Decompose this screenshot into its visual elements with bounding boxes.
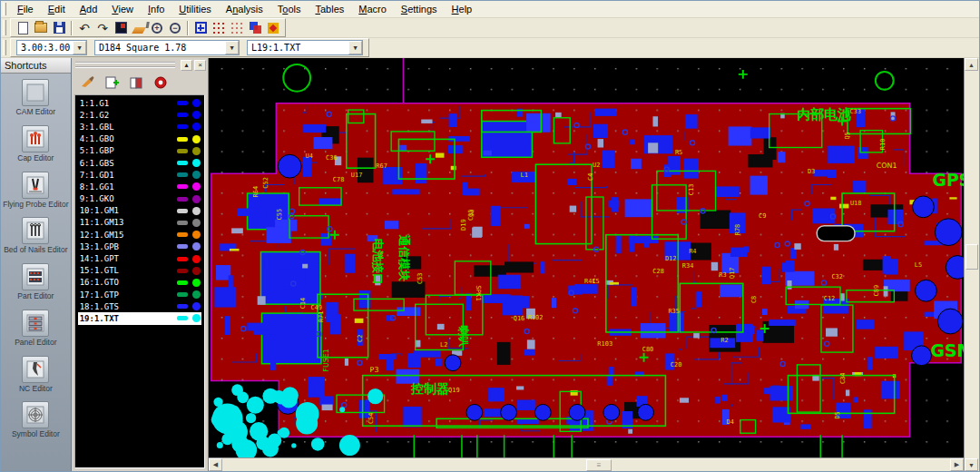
film-output-button[interactable] xyxy=(264,19,282,36)
menu-help[interactable]: Help xyxy=(445,2,480,16)
chevron-down-icon[interactable]: ▼ xyxy=(348,41,362,54)
layer-row[interactable]: 9:1.GKO xyxy=(78,193,201,205)
layer-draw-color-swatch[interactable] xyxy=(177,124,188,129)
vertical-scroll-thumb[interactable] xyxy=(965,244,978,270)
layer-draw-color-swatch[interactable] xyxy=(177,137,188,142)
layers-panel-titlebar[interactable]: ▴× xyxy=(72,58,208,72)
sidebar-item-symbol-editor[interactable]: Symbol Editor xyxy=(1,401,71,439)
layer-flash-color-swatch[interactable] xyxy=(192,123,201,131)
active-layer-value[interactable]: L19:1.TXT xyxy=(248,43,348,53)
menubar-grip[interactable] xyxy=(3,3,6,15)
add-layer-button[interactable] xyxy=(103,75,120,90)
sidebar-item-part-editor[interactable]: Part Editor xyxy=(1,263,71,301)
layer-draw-color-swatch[interactable] xyxy=(177,316,188,320)
menu-macro[interactable]: Macro xyxy=(351,2,394,16)
layer-flash-color-swatch[interactable] xyxy=(192,231,201,239)
menu-edit[interactable]: Edit xyxy=(41,2,73,16)
layer-flash-color-swatch[interactable] xyxy=(192,182,201,191)
layer-row[interactable]: 7:1.GD1 xyxy=(78,169,201,181)
layer-flash-color-swatch[interactable] xyxy=(192,207,201,215)
save-button[interactable] xyxy=(50,19,68,36)
layer-row[interactable]: 17:1.GTP xyxy=(78,289,201,300)
layer-row[interactable]: 5:1.GBP xyxy=(78,145,201,157)
layer-flash-color-swatch[interactable] xyxy=(192,219,201,227)
layer-draw-color-swatch[interactable] xyxy=(177,280,188,285)
layer-row[interactable]: 16:1.GTO xyxy=(78,277,201,289)
layer-flash-color-swatch[interactable] xyxy=(192,195,201,203)
layer-draw-color-swatch[interactable] xyxy=(177,292,188,297)
layer-draw-color-swatch[interactable] xyxy=(177,184,188,189)
active-layer-combobox[interactable]: L19:1.TXT ▼ xyxy=(247,40,363,55)
vertical-scrollbar[interactable]: ▲ ▼ xyxy=(964,58,979,471)
layer-draw-color-swatch[interactable] xyxy=(177,172,188,177)
layer-flash-color-swatch[interactable] xyxy=(192,242,201,251)
panel-grip[interactable] xyxy=(75,62,175,68)
horizontal-scroll-thumb[interactable] xyxy=(586,459,612,471)
layer-draw-color-swatch[interactable] xyxy=(177,209,188,213)
layer-flash-color-swatch[interactable] xyxy=(192,159,201,167)
layer-flash-color-swatch[interactable] xyxy=(192,111,201,119)
open-file-button[interactable] xyxy=(32,19,50,36)
layer-flash-color-swatch[interactable] xyxy=(192,314,201,322)
chevron-down-icon[interactable]: ▼ xyxy=(225,41,239,54)
selector-toolbar-grip[interactable] xyxy=(3,40,6,55)
sidebar-item-cam-editor[interactable]: CAM Editor xyxy=(1,79,71,117)
zoom-ratio-value[interactable]: 3.00:3.00 xyxy=(17,43,73,53)
layer-draw-color-swatch[interactable] xyxy=(177,197,188,202)
layer-draw-color-swatch[interactable] xyxy=(177,257,188,261)
close-button[interactable]: × xyxy=(194,60,206,71)
layer-row[interactable]: 1:1.G1 xyxy=(78,97,201,109)
layer-flash-color-swatch[interactable] xyxy=(192,135,201,143)
zoom-out-button[interactable]: − xyxy=(166,19,184,36)
layer-draw-color-swatch[interactable] xyxy=(177,113,188,117)
layer-flash-color-swatch[interactable] xyxy=(192,302,201,310)
layer-draw-color-swatch[interactable] xyxy=(177,221,188,225)
layer-flash-color-swatch[interactable] xyxy=(192,99,201,107)
sidebar-item-flying-probe-editor[interactable]: Flying Probe Editor xyxy=(1,172,71,210)
layer-row[interactable]: 15:1.GTL xyxy=(78,265,201,277)
layer-row[interactable]: 6:1.GBS xyxy=(78,157,201,169)
layer-row[interactable]: 2:1.G2 xyxy=(78,109,201,121)
menu-settings[interactable]: Settings xyxy=(394,2,445,16)
layer-row[interactable]: 4:1.GBO xyxy=(78,133,201,145)
grid-dots-fine-button[interactable] xyxy=(228,19,246,36)
layer-flash-color-swatch[interactable] xyxy=(192,267,201,275)
layer-flash-color-swatch[interactable] xyxy=(192,290,201,299)
sidebar-item-panel-editor[interactable]: Panel Editor xyxy=(1,310,71,348)
zoom-in-button[interactable]: + xyxy=(148,19,166,36)
layer-flash-color-swatch[interactable] xyxy=(192,171,201,179)
collapse-button[interactable]: ▴ xyxy=(181,60,192,71)
layer-draw-color-swatch[interactable] xyxy=(177,232,188,237)
menu-info[interactable]: Info xyxy=(141,2,172,16)
scroll-down-icon[interactable]: ▼ xyxy=(965,458,978,471)
horizontal-scrollbar[interactable]: ◀ ▶ xyxy=(209,457,964,471)
scroll-left-icon[interactable]: ◀ xyxy=(209,458,222,471)
menu-utilities[interactable]: Utilities xyxy=(172,2,218,16)
layer-row[interactable]: 3:1.GBL xyxy=(78,121,201,133)
undo-button[interactable]: ↶ xyxy=(75,19,93,36)
last-view-button[interactable] xyxy=(112,19,130,36)
toolbar-grip[interactable] xyxy=(3,20,6,35)
sidebar-item-cap-editor[interactable]: Cap Editor xyxy=(1,125,71,163)
layer-row[interactable]: 19:1.TXT xyxy=(78,312,201,324)
sidebar-item-bed-of-nails-editor[interactable]: Bed of Nails Editor xyxy=(1,217,71,255)
layer-row[interactable]: 8:1.GG1 xyxy=(78,181,201,192)
menu-add[interactable]: Add xyxy=(73,2,105,16)
redo-button[interactable]: ↷ xyxy=(93,19,112,36)
layer-draw-color-swatch[interactable] xyxy=(177,161,188,165)
new-file-button[interactable] xyxy=(14,19,32,36)
layer-draw-color-swatch[interactable] xyxy=(177,244,188,249)
layer-row[interactable]: 13:1.GPB xyxy=(78,241,201,252)
layer-draw-color-swatch[interactable] xyxy=(177,304,188,309)
layer-flash-color-swatch[interactable] xyxy=(192,255,201,263)
sidebar-item-nc-editor[interactable]: NC Editor xyxy=(1,356,71,394)
grid-dots-button[interactable] xyxy=(210,19,228,36)
layer-row[interactable]: 18:1.GTS xyxy=(78,300,201,312)
layer-draw-color-swatch[interactable] xyxy=(177,101,188,105)
layer-row[interactable]: 11:1.GM13 xyxy=(78,217,201,229)
menu-tables[interactable]: Tables xyxy=(308,2,351,16)
layer-row[interactable]: 14:1.GPT xyxy=(78,252,201,264)
chevron-down-icon[interactable]: ▼ xyxy=(73,41,86,54)
redraw-brush-button[interactable] xyxy=(130,19,148,36)
layer-row[interactable]: 10:1.GM1 xyxy=(78,205,201,217)
